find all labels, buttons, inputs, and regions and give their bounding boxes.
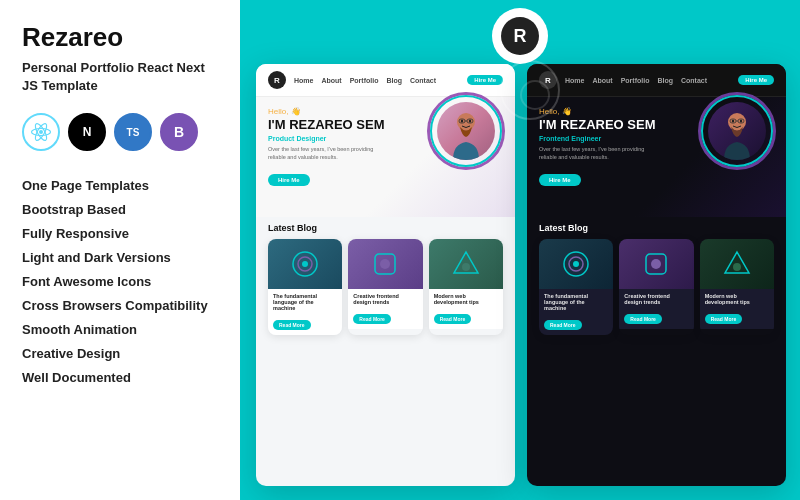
ss-card-title-3: Modern web development tips xyxy=(434,293,498,305)
card-decoration-2 xyxy=(370,249,400,279)
ss-dark-card-body-3: Modern web development tips Read More xyxy=(700,289,774,329)
feature-responsive: Fully Responsive xyxy=(22,221,218,245)
ss-card-btn-1: Read More xyxy=(273,320,311,330)
ss-card-light-3: Modern web development tips Read More xyxy=(429,239,503,335)
svg-point-6 xyxy=(469,120,471,123)
dark-card-deco-2 xyxy=(641,249,671,279)
person-svg-light xyxy=(445,108,487,160)
bootstrap-label: B xyxy=(174,124,184,140)
card-decoration-3 xyxy=(451,249,481,279)
nav-link: Home xyxy=(294,77,313,84)
svg-rect-21 xyxy=(738,119,744,123)
left-panel: Rezareo Personal Portfolio React Next JS… xyxy=(0,0,240,500)
badge-ts: TS xyxy=(114,113,152,151)
svg-point-3 xyxy=(39,130,43,134)
ss-dark-card-btn-3: Read More xyxy=(705,314,743,324)
ss-avatar-dark xyxy=(698,92,778,172)
nav-link: Blog xyxy=(386,77,402,84)
ss-hire-btn-dark: Hire Me xyxy=(539,174,581,186)
ss-nav-links-light: Home About Portfolio Blog Contact xyxy=(294,77,459,84)
ss-dark-card-btn-1: Read More xyxy=(544,320,582,330)
brand-title: Rezareo xyxy=(22,22,218,53)
dark-screenshot: R Home About Portfolio Blog Contact Hire… xyxy=(527,64,786,486)
ss-blog-cards-light: The fundamental language of the machine … xyxy=(268,239,503,335)
svg-point-5 xyxy=(461,120,463,123)
person-svg-dark xyxy=(716,108,758,160)
ss-blog-cards-dark: The fundamental language of the machine … xyxy=(539,239,774,335)
feature-icons: Font Awesome Icons xyxy=(22,269,218,293)
svg-point-4 xyxy=(457,113,475,131)
nav-link: Portfolio xyxy=(350,77,379,84)
ss-avatar-light xyxy=(427,92,507,172)
ss-nav-links-dark: Home About Portfolio Blog Contact xyxy=(565,77,730,84)
svg-point-14 xyxy=(380,259,390,269)
svg-point-16 xyxy=(462,263,470,271)
dark-nav-link: Home xyxy=(565,77,584,84)
svg-rect-7 xyxy=(459,119,465,123)
ss-card-dark-3: Modern web development tips Read More xyxy=(700,239,774,335)
ss-card-btn-3: Read More xyxy=(434,314,472,324)
ss-card-img-2 xyxy=(348,239,422,289)
svg-rect-20 xyxy=(730,119,736,123)
ss-card-img-3 xyxy=(429,239,503,289)
ts-label: TS xyxy=(127,127,140,138)
ss-logo-light: R xyxy=(268,71,286,89)
ss-card-img-1 xyxy=(268,239,342,289)
ss-card-light-2: Creative frontend design trends Read Mor… xyxy=(348,239,422,335)
svg-point-29 xyxy=(733,263,741,271)
ss-desc-light: Over the last few years, I've been provi… xyxy=(268,146,378,161)
dark-nav-link: About xyxy=(592,77,612,84)
ss-nav-btn-light: Hire Me xyxy=(467,75,503,85)
ss-blog-light: Latest Blog The fundamental language of … xyxy=(256,217,515,341)
ss-card-dark-1: The fundamental language of the machine … xyxy=(539,239,613,335)
brand-subtitle: Personal Portfolio React Next JS Templat… xyxy=(22,59,218,95)
feature-one-page: One Page Templates xyxy=(22,173,218,197)
badge-next: N xyxy=(68,113,106,151)
ss-dark-card-img-2 xyxy=(619,239,693,289)
ss-dark-card-title-2: Creative frontend design trends xyxy=(624,293,688,305)
badge-react xyxy=(22,113,60,151)
ss-hero-light: Hello, 👋 I'M REZAREO SEM Product Designe… xyxy=(256,97,515,217)
tech-badges: N TS B xyxy=(22,113,218,151)
svg-point-17 xyxy=(728,113,746,131)
ss-blog-title-dark: Latest Blog xyxy=(539,223,774,233)
dark-card-deco-3 xyxy=(722,249,752,279)
ss-card-body-1: The fundamental language of the machine … xyxy=(268,289,342,335)
features-list: One Page Templates Bootstrap Based Fully… xyxy=(22,173,218,389)
ss-card-body-3: Modern web development tips Read More xyxy=(429,289,503,329)
ss-dark-card-title-1: The fundamental language of the machine xyxy=(544,293,608,311)
ss-avatar-ring-dark xyxy=(698,92,776,170)
ss-card-dark-2: Creative frontend design trends Read Mor… xyxy=(619,239,693,335)
card-decoration-1 xyxy=(290,249,320,279)
feature-animation: Smooth Animation xyxy=(22,317,218,341)
feature-documented: Well Documented xyxy=(22,365,218,389)
ss-card-title-1: The fundamental language of the machine xyxy=(273,293,337,311)
ss-nav-btn-dark: Hire Me xyxy=(738,75,774,85)
nav-link: Contact xyxy=(410,77,436,84)
right-panel: R R Home About Portfolio Blog Contact Hi… xyxy=(240,0,800,500)
ss-card-body-2: Creative frontend design trends Read Mor… xyxy=(348,289,422,329)
feature-creative: Creative Design xyxy=(22,341,218,365)
logo-circle: R xyxy=(492,8,548,64)
svg-point-25 xyxy=(573,261,579,267)
badge-bootstrap: B xyxy=(160,113,198,151)
dark-nav-link: Blog xyxy=(657,77,673,84)
dark-card-deco-1 xyxy=(561,249,591,279)
react-icon xyxy=(30,121,52,143)
ss-dark-card-btn-2: Read More xyxy=(624,314,662,324)
svg-point-18 xyxy=(732,120,734,123)
feature-bootstrap: Bootstrap Based xyxy=(22,197,218,221)
ss-avatar-img-light xyxy=(437,102,495,160)
svg-point-12 xyxy=(302,261,308,267)
ss-avatar-img-dark xyxy=(708,102,766,160)
ss-card-light-1: The fundamental language of the machine … xyxy=(268,239,342,335)
ss-card-btn-2: Read More xyxy=(353,314,391,324)
svg-point-27 xyxy=(651,259,661,269)
ss-dark-card-img-1 xyxy=(539,239,613,289)
next-label: N xyxy=(83,125,92,139)
ss-hire-btn-light: Hire Me xyxy=(268,174,310,186)
ss-desc-dark: Over the last few years, I've been provi… xyxy=(539,146,649,161)
ss-blog-dark: Latest Blog The fundamental language of … xyxy=(527,217,786,341)
ss-logo-dark: R xyxy=(539,71,557,89)
logo-letter: R xyxy=(514,26,527,47)
